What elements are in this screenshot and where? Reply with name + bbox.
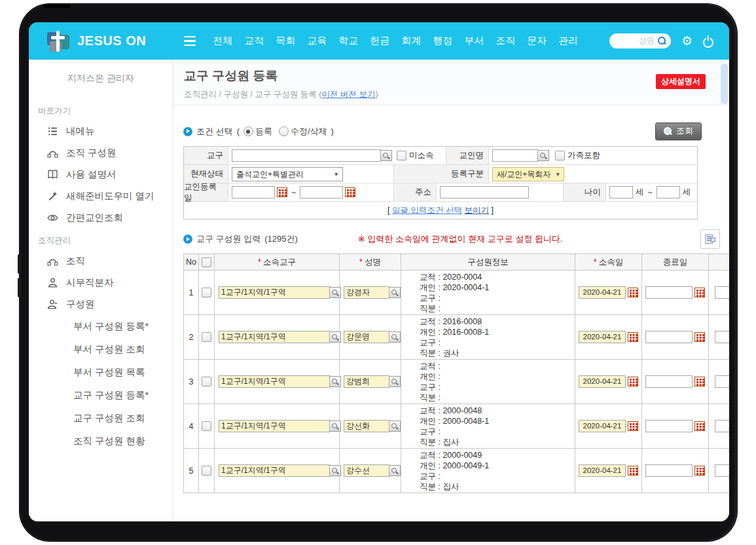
search-icon[interactable] <box>330 421 341 432</box>
gear-icon[interactable]: ⚙ <box>681 35 693 47</box>
search-icon[interactable] <box>330 287 341 298</box>
calendar-icon[interactable] <box>628 332 638 342</box>
row-checkbox[interactable] <box>202 377 211 386</box>
extra-date-input[interactable] <box>715 375 729 388</box>
search-icon[interactable] <box>389 287 401 298</box>
sidebar-item[interactable]: 새해준비도우미 열기 <box>29 185 173 207</box>
row-checkbox[interactable] <box>202 288 211 297</box>
nav-item-문자[interactable]: 문자 <box>527 35 547 47</box>
member-name-input[interactable] <box>492 149 538 162</box>
search-icon[interactable] <box>330 376 341 387</box>
extra-date-input[interactable] <box>715 464 729 477</box>
join-date-input[interactable]: 2020-04-21 <box>579 286 626 299</box>
sidebar-item[interactable]: 내메뉴 <box>29 121 173 142</box>
nav-item-교적[interactable]: 교적 <box>244 35 264 47</box>
nav-item-행정[interactable]: 행정 <box>433 35 452 47</box>
calendar-icon[interactable] <box>628 466 638 476</box>
district-input[interactable]: 1교구/1지역/1구역 <box>219 286 330 299</box>
unaffiliated-checkbox[interactable] <box>397 151 406 160</box>
age-from-input[interactable] <box>609 186 633 198</box>
sidebar-subitem[interactable]: 교구 구성원 등록* <box>29 384 173 407</box>
sidebar-item[interactable]: 구성원 <box>29 293 173 315</box>
sidebar-item[interactable]: 간편교인조회 <box>29 207 173 229</box>
prev-version-link[interactable]: 이전 버전 보기 <box>321 90 375 99</box>
search-icon[interactable] <box>330 331 341 343</box>
name-input[interactable]: 강문영 <box>344 331 389 343</box>
end-date-input[interactable] <box>645 331 693 343</box>
nav-item-학교[interactable]: 학교 <box>338 35 358 47</box>
power-icon[interactable] <box>703 36 713 47</box>
calendar-icon[interactable] <box>694 377 705 386</box>
search-icon[interactable] <box>330 465 341 476</box>
join-date-input[interactable]: 2020-04-21 <box>579 375 626 388</box>
extra-date-input[interactable] <box>715 286 729 299</box>
row-checkbox[interactable] <box>202 421 211 431</box>
sidebar-subitem[interactable]: 교구 구성원 조회 <box>29 407 173 430</box>
nav-item-회계[interactable]: 회계 <box>401 35 421 47</box>
sidebar-subitem[interactable]: 부서 구성원 조회 <box>29 338 173 361</box>
district-input[interactable]: 1교구/1지역/1구역 <box>219 331 330 343</box>
end-date-input[interactable] <box>645 464 693 477</box>
district-input[interactable]: 1교구/1지역/1구역 <box>219 375 330 388</box>
nav-item-목회[interactable]: 목회 <box>276 35 295 47</box>
nav-item-조직[interactable]: 조직 <box>495 35 515 47</box>
hamburger-menu-icon[interactable] <box>184 36 196 47</box>
calendar-icon[interactable] <box>694 466 705 476</box>
end-date-input[interactable] <box>645 375 693 388</box>
radio-수정/삭제[interactable]: 수정/삭제 <box>279 126 327 138</box>
district-input[interactable] <box>232 149 381 162</box>
search-icon[interactable] <box>658 37 666 45</box>
row-checkbox[interactable] <box>202 466 211 476</box>
nav-item-교육[interactable]: 교육 <box>307 35 327 47</box>
sidebar-subitem[interactable]: 부서 구성원 목록 <box>29 361 173 384</box>
manual-button[interactable]: 상세설명서 <box>656 74 706 89</box>
include-family-checkbox[interactable] <box>555 151 565 160</box>
radio-button[interactable] <box>243 126 253 136</box>
calendar-icon[interactable] <box>694 332 705 342</box>
content-scrollbar[interactable] <box>721 64 728 104</box>
sidebar-item[interactable]: 조직 구성원 <box>29 142 173 164</box>
address-input[interactable] <box>440 186 529 198</box>
sidebar-subitem[interactable]: 부서 구성원 등록* <box>29 315 173 338</box>
row-checkbox[interactable] <box>202 332 211 342</box>
radio-등록[interactable]: 등록 <box>243 126 272 138</box>
search-icon[interactable] <box>389 421 401 432</box>
calendar-icon[interactable] <box>628 421 638 431</box>
district-input[interactable]: 1교구/1지역/1구역 <box>219 420 330 432</box>
sidebar-item[interactable]: 사용 설명서 <box>29 164 173 185</box>
calendar-icon[interactable] <box>277 187 287 197</box>
app-logo[interactable]: JESUS ON <box>47 29 146 53</box>
name-input[interactable]: 강경자 <box>344 286 389 299</box>
query-button[interactable]: 조회 <box>655 122 702 140</box>
header-search-input[interactable]: 성명 <box>609 33 671 48</box>
calendar-icon[interactable] <box>694 288 705 297</box>
sidebar-item[interactable]: 시무직분자 <box>29 272 173 293</box>
batch-condition-link[interactable]: 일괄 입력조건 선택 <box>392 206 462 215</box>
reg-date-to-input[interactable] <box>300 186 343 198</box>
end-date-input[interactable] <box>645 420 693 432</box>
list-view-icon[interactable] <box>700 229 720 249</box>
nav-item-헌금[interactable]: 헌금 <box>370 35 389 47</box>
select-all-checkbox[interactable] <box>202 257 211 267</box>
join-date-input[interactable]: 2020-04-21 <box>579 464 626 477</box>
reg-type-select[interactable]: 새/교인+목회자 <box>492 167 564 181</box>
search-icon[interactable] <box>538 150 549 161</box>
calendar-icon[interactable] <box>345 187 355 197</box>
calendar-icon[interactable] <box>628 377 638 386</box>
calendar-icon[interactable] <box>628 288 638 297</box>
end-date-input[interactable] <box>645 286 693 299</box>
district-input[interactable]: 1교구/1지역/1구역 <box>219 464 330 477</box>
search-icon[interactable] <box>389 376 401 387</box>
batch-show-link[interactable]: 보이기 <box>464 206 489 215</box>
search-icon[interactable] <box>389 331 401 343</box>
name-input[interactable]: 강수선 <box>344 464 389 477</box>
join-date-input[interactable]: 2020-04-21 <box>579 420 626 432</box>
name-input[interactable]: 강범희 <box>344 375 389 388</box>
extra-date-input[interactable] <box>715 420 729 432</box>
search-icon[interactable] <box>389 465 401 476</box>
reg-date-from-input[interactable] <box>232 186 275 198</box>
nav-item-부서[interactable]: 부서 <box>464 35 484 47</box>
nav-item-관리[interactable]: 관리 <box>558 35 578 47</box>
nav-item-전체[interactable]: 전체 <box>213 35 232 47</box>
calendar-icon[interactable] <box>694 421 705 431</box>
